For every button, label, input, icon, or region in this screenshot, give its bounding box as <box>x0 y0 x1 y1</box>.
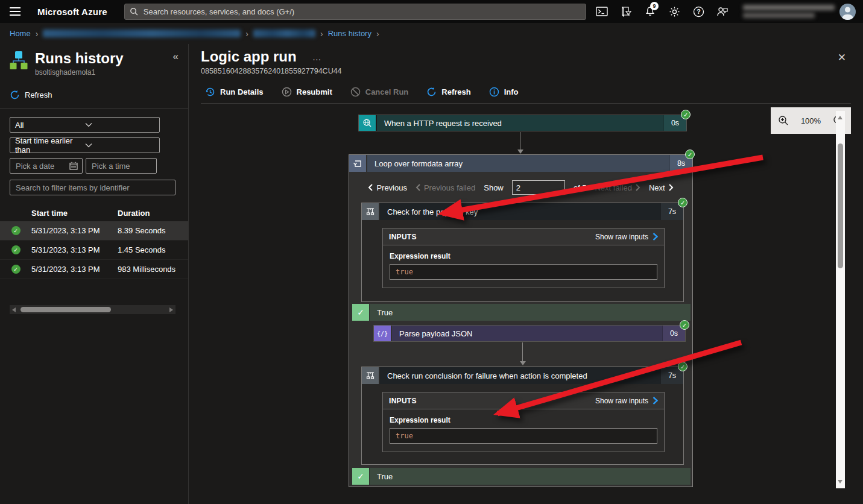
table-row[interactable]: ✓ 5/31/2023, 3:13 PM 1.45 Seconds <box>0 241 188 260</box>
info-label: Info <box>504 87 519 96</box>
next-iteration-button[interactable]: Next <box>649 183 674 192</box>
sidebar-horizontal-scrollbar[interactable] <box>10 305 175 314</box>
succeeded-status-icon: ✓ <box>11 245 21 254</box>
true-branch-check-icon: ✓ <box>352 304 369 321</box>
notifications-button[interactable]: 9 <box>638 0 662 23</box>
gear-icon <box>669 6 680 17</box>
hamburger-menu-icon[interactable] <box>5 0 25 23</box>
calendar-icon[interactable] <box>69 162 78 170</box>
succeeded-status-icon: ✓ <box>685 150 695 159</box>
identifier-search-input[interactable] <box>14 183 171 193</box>
refresh-run-button[interactable]: Refresh <box>426 87 470 97</box>
resubmit-button[interactable]: Resubmit <box>282 87 332 97</box>
loop-header[interactable]: Loop over formdata array 8s <box>349 155 692 172</box>
scroll-right-arrow[interactable] <box>167 305 175 314</box>
scroll-left-arrow[interactable] <box>10 305 18 314</box>
zoom-in-icon[interactable] <box>778 115 789 126</box>
resubmit-icon <box>282 87 292 97</box>
scroll-up-arrow[interactable] <box>838 116 842 119</box>
panel-title: Runs history <box>35 51 163 66</box>
expression-result-value[interactable]: true <box>390 264 657 280</box>
breadcrumb-separator: › <box>36 29 39 39</box>
feedback-icon <box>716 6 729 17</box>
parse-json-title: Parse payload JSON <box>392 326 662 341</box>
info-button[interactable]: Info <box>489 87 519 97</box>
column-start-time[interactable]: Start time <box>31 209 118 218</box>
true-branch-bar[interactable]: ✓ True <box>352 468 691 485</box>
time-picker-field[interactable] <box>86 158 157 174</box>
succeeded-status-icon: ✓ <box>678 198 688 207</box>
run-start-time: 5/31/2023, 3:13 PM <box>31 245 118 254</box>
action-node-parse-json[interactable]: {/} Parse payload JSON 0s ✓ <box>373 325 686 342</box>
zoom-level: 100% <box>801 116 821 125</box>
expression-result-value[interactable]: true <box>390 428 657 444</box>
condition-header[interactable]: Check run conclusion for failure when ac… <box>362 367 683 384</box>
sidebar-refresh-button[interactable]: Refresh <box>10 90 188 100</box>
true-branch-label: True <box>370 468 691 485</box>
condition-icon <box>362 203 379 220</box>
directory-filter-button[interactable] <box>614 0 638 23</box>
help-button[interactable]: ? <box>686 0 710 23</box>
time-filter-dropdown[interactable]: Start time earlier than <box>10 137 160 153</box>
breadcrumb-home[interactable]: Home <box>10 29 31 38</box>
feedback-button[interactable] <box>710 0 735 23</box>
run-details-label: Run Details <box>220 87 264 96</box>
breadcrumb-redacted-segment[interactable] <box>43 30 241 37</box>
account-info-redacted <box>743 5 835 18</box>
show-raw-inputs-link[interactable]: Show raw inputs <box>595 397 658 405</box>
next-failed-label: Next failed <box>595 183 631 192</box>
iteration-index-input[interactable] <box>512 180 565 195</box>
run-duration: 1.45 Seconds <box>118 245 166 254</box>
identifier-search-field[interactable] <box>10 180 175 195</box>
run-details-button[interactable]: Run Details <box>205 87 264 97</box>
previous-label: Previous <box>376 183 407 192</box>
canvas-vertical-scrollbar[interactable] <box>836 111 845 488</box>
close-button[interactable]: ✕ <box>838 51 846 64</box>
status-filter-dropdown[interactable]: All <box>10 117 160 133</box>
previous-failed-button[interactable]: Previous failed <box>416 183 475 192</box>
previous-iteration-button[interactable]: Previous <box>368 183 407 192</box>
azure-brand[interactable]: Microsoft Azure <box>37 7 107 17</box>
http-request-icon <box>359 115 376 131</box>
settings-button[interactable] <box>662 0 686 23</box>
time-input[interactable] <box>90 161 152 171</box>
cloud-shell-icon <box>596 7 608 16</box>
date-picker-field[interactable] <box>10 158 83 174</box>
logic-app-designer-canvas[interactable]: 100% When a HTTP request is received 0s … <box>189 101 863 504</box>
succeeded-status-icon: ✓ <box>11 265 21 274</box>
show-raw-inputs-link[interactable]: Show raw inputs <box>595 233 658 241</box>
scrollbar-track[interactable] <box>18 307 167 312</box>
date-input[interactable] <box>14 161 69 171</box>
cloud-shell-button[interactable] <box>590 0 614 23</box>
breadcrumb-runs-history[interactable]: Runs history <box>328 29 371 38</box>
resubmit-label: Resubmit <box>297 87 332 96</box>
collapse-panel-button[interactable]: « <box>171 51 181 63</box>
breadcrumb-redacted-segment[interactable] <box>253 30 315 37</box>
runs-table-header: Start time Duration <box>0 205 188 221</box>
loop-scope-node[interactable]: Loop over formdata array 8s ✓ Previous P… <box>349 154 693 487</box>
more-options-button[interactable]: … <box>312 52 323 62</box>
table-row[interactable]: ✓ 5/31/2023, 3:13 PM 8.39 Seconds <box>0 221 188 241</box>
condition-node-run-conclusion[interactable]: Check run conclusion for failure when ac… <box>361 367 684 465</box>
scrollbar-thumb[interactable] <box>838 143 843 268</box>
azure-top-bar: Microsoft Azure 9 <box>0 0 863 23</box>
global-search[interactable] <box>124 4 586 20</box>
trigger-node-http-request[interactable]: When a HTTP request is received 0s ✓ <box>358 115 687 131</box>
scrollbar-thumb[interactable] <box>21 307 111 312</box>
condition-header[interactable]: Check for the payload key 7s <box>362 203 683 220</box>
table-row[interactable]: ✓ 5/31/2023, 3:13 PM 983 Milliseconds <box>0 260 188 279</box>
next-failed-button[interactable]: Next failed <box>595 183 640 192</box>
scroll-down-arrow[interactable] <box>838 480 842 484</box>
cancel-run-button[interactable]: Cancel Run <box>350 87 409 97</box>
account-avatar[interactable] <box>839 4 856 20</box>
succeeded-status-icon: ✓ <box>680 320 689 330</box>
run-start-time: 5/31/2023, 3:13 PM <box>31 265 118 274</box>
run-duration: 983 Milliseconds <box>118 265 175 274</box>
true-branch-bar[interactable]: ✓ True <box>352 304 691 321</box>
iteration-count-label: of 5 <box>574 183 587 192</box>
run-duration: 8.39 Seconds <box>118 226 166 235</box>
help-icon: ? <box>693 6 704 17</box>
column-duration[interactable]: Duration <box>118 209 150 218</box>
search-input[interactable] <box>142 7 581 17</box>
condition-node-payload-key[interactable]: Check for the payload key 7s ✓ INPUTS Sh… <box>361 203 684 302</box>
